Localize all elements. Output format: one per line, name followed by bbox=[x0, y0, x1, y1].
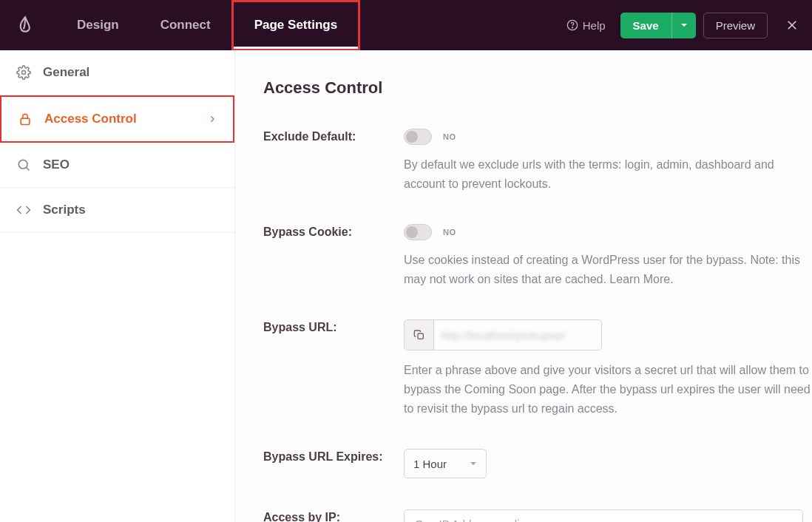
bypass-url-box: http://localhost/pickupwp/ bbox=[404, 319, 602, 350]
toggle-state-label: NO bbox=[443, 228, 456, 237]
svg-rect-5 bbox=[21, 118, 30, 124]
caret-down-icon bbox=[470, 460, 477, 467]
setting-label: Access by IP: bbox=[263, 509, 404, 522]
setting-bypass-cookie: Bypass Cookie: NO Use cookies instead of… bbox=[263, 224, 812, 288]
sidebar-item-general[interactable]: General bbox=[0, 50, 234, 95]
sidebar-item-access-control[interactable]: Access Control bbox=[0, 95, 234, 143]
svg-line-7 bbox=[27, 168, 30, 171]
sidebar-item-label: General bbox=[43, 65, 89, 80]
save-dropdown-button[interactable] bbox=[671, 13, 696, 38]
toggle-state-label: NO bbox=[443, 132, 456, 141]
nav-tab-connect[interactable]: Connect bbox=[140, 0, 231, 50]
preview-button[interactable]: Preview bbox=[703, 13, 768, 38]
save-button[interactable]: Save bbox=[620, 13, 671, 38]
search-icon bbox=[16, 157, 31, 172]
select-value: 1 Hour bbox=[413, 458, 447, 470]
copy-icon bbox=[413, 329, 425, 341]
code-icon bbox=[16, 203, 31, 217]
sidebar-item-label: SEO bbox=[43, 157, 70, 172]
nav-tab-page-settings[interactable]: Page Settings bbox=[231, 0, 360, 50]
setting-bypass-expires: Bypass URL Expires: 1 Hour bbox=[263, 449, 812, 478]
main-panel: Access Control Exclude Default: NO By de… bbox=[235, 50, 812, 522]
app-logo bbox=[10, 16, 40, 35]
help-icon bbox=[566, 19, 578, 31]
lock-icon bbox=[18, 112, 33, 126]
sidebar: General Access Control SEO bbox=[0, 50, 235, 522]
layout: General Access Control SEO bbox=[0, 50, 812, 522]
close-icon bbox=[785, 18, 799, 32]
svg-point-4 bbox=[22, 71, 26, 75]
gear-icon bbox=[16, 65, 31, 80]
svg-point-6 bbox=[18, 160, 27, 169]
setting-exclude-default: Exclude Default: NO By default we exclud… bbox=[263, 129, 812, 193]
sidebar-item-seo[interactable]: SEO bbox=[0, 143, 234, 188]
top-right-actions: Help Save Preview bbox=[566, 13, 803, 38]
bypass-expires-select[interactable]: 1 Hour bbox=[404, 449, 487, 478]
setting-access-by-ip: Access by IP: bbox=[263, 509, 812, 522]
helper-text: By default we exclude urls with the term… bbox=[404, 155, 812, 193]
help-label: Help bbox=[583, 19, 606, 32]
helper-text: Use cookies instead of creating a WordPr… bbox=[404, 251, 812, 288]
svg-point-1 bbox=[572, 27, 572, 28]
exclude-default-toggle[interactable] bbox=[404, 129, 432, 145]
help-link[interactable]: Help bbox=[566, 19, 606, 32]
nav-tab-design[interactable]: Design bbox=[56, 0, 140, 50]
setting-label: Bypass Cookie: bbox=[263, 224, 404, 288]
page-title: Access Control bbox=[263, 78, 812, 98]
bypass-url-value: http://localhost/pickupwp/ bbox=[434, 329, 601, 342]
access-ip-textarea[interactable] bbox=[404, 509, 803, 522]
top-bar: Design Connect Page Settings Help Save P… bbox=[0, 0, 812, 50]
copy-url-button[interactable] bbox=[405, 320, 434, 350]
setting-bypass-url: Bypass URL: http://localhost/pickupwp/ E… bbox=[263, 319, 812, 418]
save-button-group: Save bbox=[620, 13, 696, 38]
sidebar-item-scripts[interactable]: Scripts bbox=[0, 188, 234, 233]
sidebar-item-label: Access Control bbox=[44, 112, 137, 126]
caret-down-icon bbox=[680, 21, 688, 29]
chevron-right-icon bbox=[208, 115, 217, 123]
sidebar-item-label: Scripts bbox=[43, 203, 86, 217]
helper-text: Enter a phrase above and give your visit… bbox=[404, 361, 812, 418]
bypass-cookie-toggle[interactable] bbox=[404, 224, 432, 240]
nav-tabs: Design Connect Page Settings bbox=[56, 0, 360, 50]
close-button[interactable] bbox=[781, 14, 803, 36]
setting-label: Exclude Default: bbox=[263, 129, 404, 193]
setting-label: Bypass URL: bbox=[263, 319, 404, 418]
setting-label: Bypass URL Expires: bbox=[263, 449, 404, 478]
svg-rect-8 bbox=[418, 333, 423, 339]
